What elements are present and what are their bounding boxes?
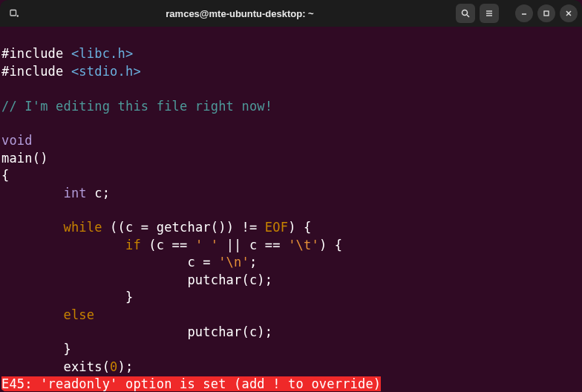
code-token: #include — [1, 46, 63, 61]
code-token: (c == — [141, 238, 195, 252]
hamburger-icon — [485, 9, 494, 18]
code-comment: // I'm editing this file right now! — [1, 99, 272, 114]
svg-point-3 — [462, 10, 468, 16]
code-token: main — [1, 151, 33, 166]
window-title: ramces@mte-ubuntu-desktop: ~ — [24, 8, 456, 19]
code-token: { — [1, 168, 9, 183]
code-token: '\n' — [218, 255, 249, 270]
code-token: EOF — [265, 220, 288, 235]
close-button[interactable] — [560, 4, 578, 22]
terminal-content[interactable]: #include <libc.h> #include <stdio.h> // … — [0, 27, 582, 392]
code-token: int — [63, 186, 86, 200]
code-token: ; — [249, 255, 257, 270]
code-token: ) { — [288, 220, 311, 235]
maximize-button[interactable] — [537, 4, 555, 22]
code-token: void — [1, 133, 33, 148]
search-button[interactable] — [456, 4, 475, 23]
code-token: } — [63, 342, 71, 356]
search-icon — [461, 9, 470, 18]
menu-button[interactable] — [480, 4, 499, 23]
close-icon — [565, 10, 572, 17]
code-token: putchar(c); — [187, 324, 272, 339]
code-token: c = — [187, 255, 218, 270]
code-token: else — [63, 307, 94, 322]
code-token: exits — [63, 359, 102, 374]
code-token: putchar(c); — [187, 272, 272, 287]
svg-rect-9 — [544, 11, 549, 16]
vim-error-status: E45: 'readonly' option is set (add ! to … — [1, 376, 381, 391]
svg-rect-0 — [10, 10, 16, 16]
minimize-button[interactable] — [515, 4, 533, 22]
code-token: ); — [118, 359, 134, 374]
svg-line-4 — [467, 15, 469, 17]
code-token: } — [125, 290, 133, 304]
code-token: ) { — [319, 238, 342, 252]
new-tab-icon — [10, 9, 19, 18]
code-token: c; — [87, 186, 110, 200]
code-token: ((c = getchar()) != — [102, 220, 265, 235]
code-token: || c == — [218, 238, 288, 252]
new-tab-button[interactable] — [4, 4, 24, 23]
code-token: <libc.h> — [71, 46, 133, 61]
window-titlebar: ramces@mte-ubuntu-desktop: ~ — [0, 0, 582, 27]
minimize-icon — [520, 10, 528, 17]
code-token: <stdio.h> — [71, 64, 141, 79]
code-token: () — [33, 151, 48, 166]
code-token: 0 — [110, 359, 117, 374]
code-token: while — [63, 220, 102, 235]
code-token: #include — [1, 64, 63, 79]
code-token: ' ' — [195, 238, 218, 252]
code-token: ( — [102, 359, 110, 374]
titlebar-controls — [456, 4, 578, 23]
code-token: if — [125, 238, 141, 252]
maximize-icon — [543, 10, 550, 17]
code-token: '\t' — [288, 238, 319, 252]
